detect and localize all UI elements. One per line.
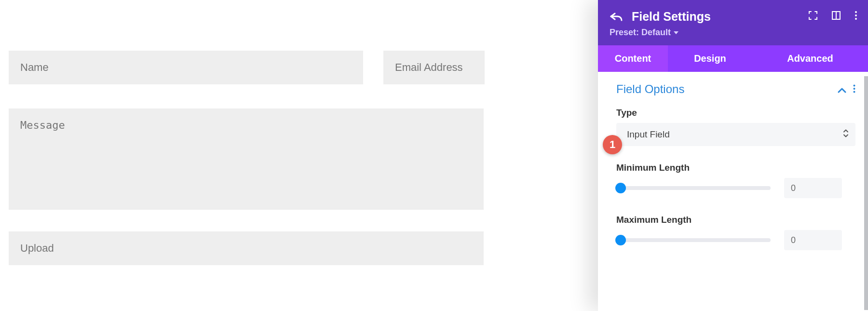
upload-input[interactable] <box>9 231 484 265</box>
type-label: Type <box>616 108 855 118</box>
tab-content[interactable]: Content <box>598 45 668 72</box>
svg-point-7 <box>854 91 855 93</box>
min-length-slider[interactable] <box>616 186 771 190</box>
email-field-wrapper <box>383 51 485 84</box>
group-max-length: Maximum Length 0 <box>616 215 855 250</box>
max-length-label: Maximum Length <box>616 215 855 225</box>
min-length-value: 0 <box>791 183 796 193</box>
panel-header: Field Settings Preset: Default <box>598 0 868 45</box>
panel-body: Field Options Type Input Field <box>598 72 868 311</box>
name-input[interactable] <box>9 51 363 84</box>
section-kebab-icon[interactable] <box>853 82 855 96</box>
expand-icon[interactable] <box>808 11 818 20</box>
svg-point-3 <box>855 14 857 16</box>
tab-design[interactable]: Design <box>668 45 752 72</box>
upload-field-wrapper <box>9 231 484 265</box>
slider-thumb[interactable] <box>615 183 626 193</box>
email-input[interactable] <box>383 51 485 84</box>
max-length-value-input[interactable]: 0 <box>784 230 842 250</box>
annotation-step-1: 1 <box>603 135 622 154</box>
form-preview <box>0 0 482 311</box>
max-length-value: 0 <box>791 235 796 245</box>
svg-point-6 <box>854 88 855 90</box>
kebab-menu-icon[interactable] <box>854 11 857 20</box>
section-title: Field Options <box>616 82 684 96</box>
type-select-value: Input Field <box>627 129 670 140</box>
settings-panel: 1 Field Settings <box>598 0 868 311</box>
slider-thumb[interactable] <box>615 235 626 245</box>
panel-tabs: Content Design Advanced <box>598 45 868 72</box>
tab-advanced[interactable]: Advanced <box>752 45 868 72</box>
section-field-options[interactable]: Field Options <box>616 82 855 96</box>
panel-title: Field Settings <box>632 10 711 24</box>
sort-updown-icon <box>843 129 849 140</box>
message-textarea[interactable] <box>9 108 484 210</box>
undo-icon[interactable] <box>610 11 623 23</box>
max-length-slider[interactable] <box>616 238 771 242</box>
svg-point-2 <box>855 11 857 13</box>
min-length-value-input[interactable]: 0 <box>784 178 842 198</box>
chevron-up-icon[interactable] <box>838 82 846 96</box>
svg-point-4 <box>855 18 857 20</box>
message-field-wrapper <box>9 108 484 210</box>
svg-point-5 <box>854 85 855 87</box>
name-field-wrapper <box>9 51 363 84</box>
group-type: Type Input Field <box>616 108 855 146</box>
preset-selector[interactable]: Preset: Default <box>610 27 856 38</box>
group-min-length: Minimum Length 0 <box>616 162 855 198</box>
caret-down-icon <box>674 31 678 34</box>
type-select[interactable]: Input Field <box>616 123 855 146</box>
layout-columns-icon[interactable] <box>831 11 841 20</box>
preset-label: Preset: Default <box>610 27 671 38</box>
min-length-label: Minimum Length <box>616 162 855 173</box>
panel-scrollbar[interactable] <box>864 76 868 310</box>
